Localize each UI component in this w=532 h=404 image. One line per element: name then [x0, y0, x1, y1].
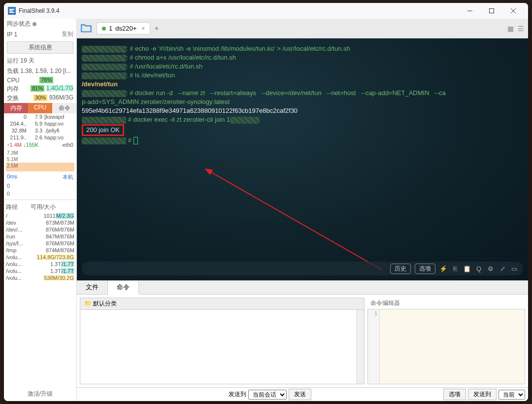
list-view-icon[interactable]: ☰ [517, 24, 525, 34]
tab-command[interactable]: 命令 [108, 281, 139, 295]
system-info-button[interactable]: 系统信息 [7, 41, 73, 54]
disk-row[interactable]: /sys/f...876M/876M [4, 240, 76, 247]
uptime: 运行 19 天 [4, 56, 76, 66]
bolt-icon[interactable]: ⚡ [439, 265, 447, 272]
add-tab-button[interactable]: + [154, 24, 159, 33]
copy-icon[interactable]: ⎘ [451, 265, 459, 272]
scrollbar[interactable] [356, 310, 364, 384]
disk-row[interactable]: /volu...1.3T/1.7T [4, 261, 76, 268]
tabbar: 1 ds220+ × + ▦ ☰ [77, 19, 528, 38]
copy-link[interactable]: 复制 [62, 30, 73, 38]
load-avg: 负载 1.38, 1.59, 1.20 [l... [4, 66, 76, 76]
process-row[interactable]: 07.9[kswapd [4, 113, 76, 120]
command-editor[interactable]: 1 [367, 309, 525, 384]
status-dot-icon [102, 27, 106, 31]
session-tab[interactable]: 1 ds220+ × [97, 22, 150, 34]
process-row[interactable]: 32.8M3.3./jellyfi [4, 127, 76, 134]
editor-label: 命令编辑器 [367, 298, 525, 309]
minimize-button[interactable] [459, 4, 481, 18]
category-header[interactable]: 📁 默认分类 [80, 298, 364, 310]
tab-cpu[interactable]: CPU [28, 103, 52, 113]
app-title: FinalShell 3.9.4 [19, 7, 459, 14]
close-button[interactable] [502, 4, 524, 18]
activate-link[interactable]: 激活/升级 [4, 387, 76, 401]
send-button[interactable]: 发送 [289, 389, 311, 400]
options-button-2[interactable]: 选项 [443, 389, 466, 400]
cpu-stat: CPU76% [4, 76, 76, 84]
folder-icon[interactable] [80, 22, 93, 35]
ping-row: 0ms本机 [4, 172, 76, 182]
main-area: 1 ds220+ × + ▦ ☰ : # echo -e '#!/bin/sh … [77, 19, 528, 401]
bottom-toolbar: 发送到 当前会话 发送 选项 发送到 当前 [77, 387, 528, 401]
history-button[interactable]: 历史 [390, 264, 411, 274]
disk-row[interactable]: /run847M/876M [4, 233, 76, 240]
process-row[interactable]: 211.9..2.6happ:vo [4, 134, 76, 141]
send-to-label: 发送到 [229, 390, 246, 399]
tab-memory[interactable]: 内存 [4, 103, 28, 113]
disk-row[interactable]: /volu...1.3T/1.7T [4, 268, 76, 274]
fullscreen-icon[interactable]: ▭ [510, 265, 518, 272]
cursor-icon [133, 137, 138, 144]
network-stats: ↑1.4M ↓155K eth0 ◦ [4, 141, 76, 149]
options-button[interactable]: 选项 [415, 264, 435, 274]
tab-cmd[interactable]: 命令 [52, 103, 76, 113]
app-icon [8, 7, 16, 15]
app-window: FinalShell 3.9.4 同步状态 IP 1复制 系统信息 运行 19 … [4, 3, 528, 401]
process-row[interactable]: 204.4..5.9happ:vo [4, 120, 76, 127]
close-tab-icon[interactable]: × [141, 25, 145, 32]
disk-row[interactable]: /volu...114.8G/723.8G [4, 254, 76, 261]
expand-icon[interactable]: ⤢ [499, 265, 506, 272]
ip-row: IP 1复制 [4, 29, 76, 39]
disk-row[interactable]: /volu...538M/30.2G [4, 274, 76, 281]
swap-stat: 交换30% 936M/3G [4, 94, 76, 103]
disk-row[interactable]: /1011M/2.3G [4, 212, 76, 219]
disk-row[interactable]: /dev873M/873M [4, 219, 76, 226]
terminal-toolbar: 历史 选项 ⚡ ⎘ 📋 Q ⚙ ⤢ ▭ [82, 262, 523, 275]
mem-stat: 内存81% 1.4G/1.7G [4, 84, 76, 94]
sidebar: 同步状态 IP 1复制 系统信息 运行 19 天 负载 1.38, 1.59, … [4, 19, 77, 401]
terminal[interactable]: : # echo -e '#!/bin/sh -e \ninsmod /lib/… [77, 38, 528, 280]
disk-header: 路径可用/大小 [4, 202, 76, 212]
disk-row[interactable]: /tmp874M/876M [4, 247, 76, 254]
search-icon[interactable]: Q [475, 265, 483, 272]
tab-file[interactable]: 文件 [77, 281, 108, 294]
target-select[interactable]: 当前会话 [248, 390, 287, 400]
paste-icon[interactable]: 📋 [463, 265, 471, 272]
command-list[interactable] [80, 310, 356, 384]
sync-status: 同步状态 [4, 19, 76, 29]
disk-row[interactable]: /dev/...876M/876M [4, 226, 76, 233]
send-to-button[interactable]: 发送到 [468, 389, 497, 400]
highlight-box: 200 join OK [82, 124, 124, 136]
svg-rect-1 [490, 9, 494, 13]
titlebar[interactable]: FinalShell 3.9.4 [4, 3, 528, 19]
network-chart: 7.3M5.1M2.5M [6, 150, 74, 171]
settings-icon[interactable]: ⚙ [487, 265, 495, 272]
maximize-button[interactable] [481, 4, 502, 18]
target-select-2[interactable]: 当前 [499, 390, 525, 400]
bottom-panel: 文件 命令 📁 默认分类 命令编辑器 1 [77, 280, 528, 401]
grid-view-icon[interactable]: ▦ [506, 24, 515, 34]
svg-line-2 [210, 171, 382, 270]
